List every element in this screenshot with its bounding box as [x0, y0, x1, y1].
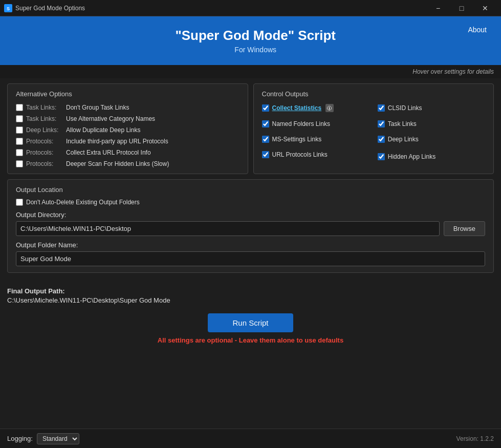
ctrl-output-task-links-label: Task Links — [388, 120, 417, 127]
app-subtitle: For Windows — [49, 46, 462, 54]
ctrl-output-ms-settings: MS-Settings Links — [262, 136, 369, 143]
ctrl-output-hidden-app-label: Hidden App Links — [388, 153, 435, 160]
titlebar: S Super God Mode Options − □ ✕ — [0, 0, 501, 16]
output-location-panel: Output Location Don't Auto-Delete Existi… — [7, 179, 494, 273]
footer: Logging: Standard Verbose Minimal Versio… — [0, 429, 501, 448]
alt-option-3: Protocols: Include third-party app URL P… — [16, 138, 239, 145]
ctrl-output-clsid: CLSID Links — [378, 104, 485, 112]
alt-option-3-checkbox[interactable] — [16, 138, 23, 145]
ctrl-output-url-protocols: URL Protocols Links — [262, 151, 369, 158]
alt-option-0-checkbox[interactable] — [16, 104, 23, 111]
ctrl-output-named-folders: Named Folders Links — [262, 120, 369, 127]
optional-text: All settings are optional - Leave them a… — [158, 336, 343, 344]
alt-option-2-label: Allow Duplicate Deep Links — [66, 126, 140, 134]
alt-option-0-prefix: Task Links: — [26, 104, 63, 111]
alt-option-5-prefix: Protocols: — [26, 160, 63, 167]
titlebar-left: S Super God Mode Options — [4, 4, 85, 12]
close-button[interactable]: ✕ — [473, 0, 497, 16]
ctrl-output-collect-stats-checkbox[interactable] — [262, 104, 269, 112]
alt-option-3-label: Include third-party app URL Protocols — [66, 138, 168, 145]
ctrl-output-collect-stats: Collect Statistics 🛈 — [262, 104, 369, 112]
ctrl-output-hidden-app-checkbox[interactable] — [378, 153, 385, 160]
dont-delete-row: Don't Auto-Delete Existing Output Folder… — [16, 199, 485, 206]
alt-option-4-prefix: Protocols: — [26, 149, 63, 156]
header-center: "Super God Mode" Script For Windows — [49, 28, 462, 54]
alt-option-5-checkbox[interactable] — [16, 160, 23, 167]
final-path-section: Final Output Path: C:\Users\Michele.WIN1… — [0, 283, 501, 308]
app-title: "Super God Mode" Script — [49, 28, 462, 44]
alt-option-1-label: Use Alternative Category Names — [66, 115, 155, 122]
logging-label: Logging: — [7, 435, 33, 442]
info-icon[interactable]: 🛈 — [325, 104, 334, 112]
maximize-button[interactable]: □ — [450, 0, 473, 16]
output-dir-input[interactable] — [16, 221, 440, 236]
alt-options-title: Alternative Options — [16, 90, 239, 98]
alt-option-2-checkbox[interactable] — [16, 126, 23, 134]
dont-delete-label: Don't Auto-Delete Existing Output Folder… — [26, 199, 140, 206]
ctrl-output-url-protocols-checkbox[interactable] — [262, 151, 269, 158]
ctrl-output-clsid-checkbox[interactable] — [378, 104, 385, 112]
browse-button[interactable]: Browse — [444, 221, 485, 236]
ctrl-output-ms-settings-checkbox[interactable] — [262, 136, 269, 143]
titlebar-title: Super God Mode Options — [15, 5, 85, 12]
logging-row: Logging: Standard Verbose Minimal — [7, 433, 79, 444]
alt-option-2-prefix: Deep Links: — [26, 126, 63, 134]
output-dir-row: Browse — [16, 221, 485, 236]
alt-option-1-prefix: Task Links: — [26, 115, 63, 122]
alt-option-1: Task Links: Use Alternative Category Nam… — [16, 115, 239, 122]
logging-select[interactable]: Standard Verbose Minimal — [37, 433, 79, 444]
ctrl-output-clsid-label: CLSID Links — [388, 104, 422, 112]
alt-option-2: Deep Links: Allow Duplicate Deep Links — [16, 126, 239, 134]
run-script-button[interactable]: Run Script — [208, 313, 293, 332]
hover-hint: Hover over settings for details — [0, 65, 501, 78]
alt-option-0: Task Links: Don't Group Task Links — [16, 104, 239, 111]
ctrl-output-deep-links: Deep Links — [378, 136, 485, 143]
alt-option-1-checkbox[interactable] — [16, 115, 23, 122]
control-outputs-panel: Control Outputs Collect Statistics 🛈 CLS… — [253, 83, 494, 174]
main-content: Alternative Options Task Links: Don't Gr… — [0, 78, 501, 283]
minimize-button[interactable]: − — [426, 0, 450, 16]
svg-text:S: S — [7, 6, 10, 11]
control-outputs-title: Control Outputs — [262, 90, 486, 98]
header: "Super God Mode" Script For Windows Abou… — [0, 16, 501, 65]
version-text: Version: 1.2.2 — [456, 435, 494, 442]
alt-options-panel: Alternative Options Task Links: Don't Gr… — [7, 83, 248, 174]
ctrl-output-named-folders-label: Named Folders Links — [272, 120, 330, 127]
ctrl-output-task-links: Task Links — [378, 120, 485, 127]
ctrl-output-deep-links-checkbox[interactable] — [378, 136, 385, 143]
output-location-title: Output Location — [16, 186, 485, 194]
dir-label: Output Directory: — [16, 211, 485, 219]
options-row: Alternative Options Task Links: Don't Gr… — [7, 83, 494, 174]
alt-option-0-label: Don't Group Task Links — [66, 104, 129, 111]
ctrl-output-named-folders-checkbox[interactable] — [262, 120, 269, 127]
about-button[interactable]: About — [462, 23, 493, 37]
ctrl-output-ms-settings-label: MS-Settings Links — [272, 136, 322, 143]
alt-option-4-checkbox[interactable] — [16, 149, 23, 156]
final-path-value: C:\Users\Michele.WIN11-PC\Desktop\Super … — [7, 296, 494, 304]
folder-name-input[interactable] — [16, 251, 485, 266]
control-outputs-grid: Collect Statistics 🛈 CLSID Links Named F… — [262, 104, 486, 162]
alt-option-5-label: Deeper Scan For Hidden Links (Slow) — [66, 160, 169, 167]
ctrl-output-hidden-app: Hidden App Links — [378, 151, 485, 162]
alt-option-5: Protocols: Deeper Scan For Hidden Links … — [16, 160, 239, 167]
alt-option-3-prefix: Protocols: — [26, 138, 63, 145]
collect-stats-label: Collect Statistics — [272, 104, 322, 112]
final-path-label: Final Output Path: — [7, 287, 494, 295]
ctrl-output-deep-links-label: Deep Links — [388, 136, 419, 143]
app-icon: S — [4, 4, 12, 12]
alt-option-4-label: Collect Extra URL Protocol Info — [66, 149, 151, 156]
run-area: Run Script All settings are optional - L… — [0, 313, 501, 344]
ctrl-output-task-links-checkbox[interactable] — [378, 120, 385, 127]
folder-name-label: Output Folder Name: — [16, 241, 485, 249]
titlebar-controls: − □ ✕ — [426, 0, 497, 16]
alt-option-4: Protocols: Collect Extra URL Protocol In… — [16, 149, 239, 156]
dont-delete-checkbox[interactable] — [16, 199, 23, 206]
ctrl-output-url-protocols-label: URL Protocols Links — [272, 151, 328, 158]
